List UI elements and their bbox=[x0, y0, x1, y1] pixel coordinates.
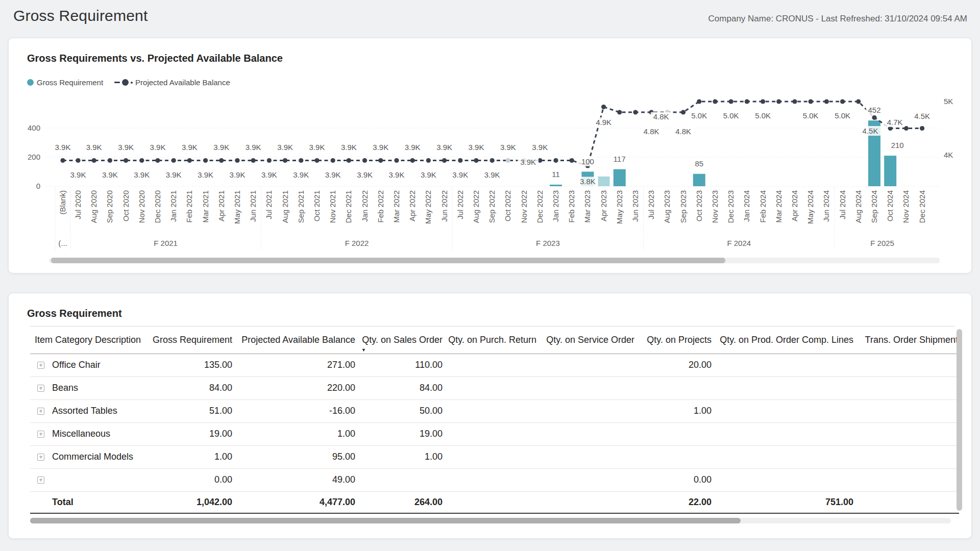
expand-icon[interactable]: + bbox=[37, 477, 44, 484]
column-header-0[interactable]: Item Category Description bbox=[30, 327, 144, 354]
line-point-Mar 2024[interactable] bbox=[776, 99, 781, 104]
line-point-Jun 2023[interactable] bbox=[633, 110, 638, 114]
bar-May 2023[interactable] bbox=[614, 169, 626, 186]
line-point-Apr 2024[interactable] bbox=[792, 99, 797, 104]
line-point-Jul 2024[interactable] bbox=[840, 99, 845, 104]
line-point-(Blank)[interactable] bbox=[60, 158, 65, 163]
line-point-May 2023[interactable] bbox=[617, 110, 622, 114]
column-header-8[interactable]: Trans. Order Shipment bbox=[854, 327, 959, 354]
column-header-4[interactable]: Qty. on Purch. Return bbox=[444, 327, 537, 354]
svg-text:4.8K: 4.8K bbox=[675, 127, 691, 136]
line-point-Feb 2022[interactable] bbox=[378, 158, 383, 163]
line-point-Sep 2021[interactable] bbox=[299, 158, 303, 163]
svg-text:Jun 2024: Jun 2024 bbox=[822, 190, 830, 222]
sort-desc-icon: ▼ bbox=[361, 347, 366, 353]
value-cell: 1.00 bbox=[356, 445, 444, 468]
svg-text:Feb 2024: Feb 2024 bbox=[758, 190, 767, 222]
column-header-label: Qty. on Prod. Order Comp. Lines bbox=[720, 335, 853, 345]
svg-text:Nov 2022: Nov 2022 bbox=[520, 190, 528, 223]
line-point-Nov 2023[interactable] bbox=[713, 99, 717, 104]
bar-Jan 2023[interactable] bbox=[550, 185, 562, 186]
bar-Apr 2023[interactable] bbox=[598, 177, 610, 186]
svg-text:117: 117 bbox=[614, 155, 626, 163]
column-header-2[interactable]: Projected Available Balance bbox=[233, 327, 356, 354]
line-point-Mar 2021[interactable] bbox=[203, 158, 208, 163]
column-header-3[interactable]: Qty. on Sales Order▼ bbox=[356, 327, 444, 354]
line-point-Apr 2022[interactable] bbox=[410, 158, 415, 163]
line-point-Jan 2023[interactable] bbox=[553, 158, 558, 163]
line-point-Feb 2024[interactable] bbox=[761, 99, 765, 104]
line-point-Sep 2024[interactable] bbox=[872, 115, 876, 120]
svg-text:3.9K: 3.9K bbox=[55, 143, 71, 152]
line-point-Jan 2024[interactable] bbox=[745, 99, 749, 104]
line-point-Aug 2020[interactable] bbox=[92, 158, 96, 163]
line-point-Aug 2021[interactable] bbox=[283, 158, 287, 163]
table-hscroll-track[interactable] bbox=[30, 518, 951, 523]
svg-text:3.9K: 3.9K bbox=[230, 170, 246, 179]
table-row[interactable]: +0.0049.000.00 bbox=[30, 468, 959, 491]
line-point-Dec 2024[interactable] bbox=[920, 126, 924, 131]
line-point-Jun 2024[interactable] bbox=[824, 99, 829, 104]
line-point-Sep 2020[interactable] bbox=[108, 158, 112, 163]
svg-text:3.9K: 3.9K bbox=[86, 143, 102, 152]
table-row[interactable]: +Assorted Tables51.00-16.0050.001.00 bbox=[30, 399, 959, 422]
svg-text:4.8K: 4.8K bbox=[644, 127, 659, 136]
line-point-Nov 2020[interactable] bbox=[139, 158, 144, 163]
line-point-Jan 2021[interactable] bbox=[172, 158, 176, 163]
line-point-Jul 2022[interactable] bbox=[458, 158, 462, 163]
table-vscroll-thumb[interactable] bbox=[957, 329, 962, 511]
line-point-May 2022[interactable] bbox=[426, 158, 431, 163]
table-row[interactable]: +Commercial Models1.0095.001.00 bbox=[30, 445, 959, 468]
chart-hscroll-thumb[interactable] bbox=[51, 258, 725, 263]
table-hscroll-thumb[interactable] bbox=[30, 518, 741, 523]
line-point-Dec 2020[interactable] bbox=[155, 158, 160, 163]
svg-text:3.9K: 3.9K bbox=[484, 170, 500, 179]
value-cell: 95.00 bbox=[233, 445, 356, 468]
line-point-May 2021[interactable] bbox=[235, 158, 239, 163]
line-point-Oct 2021[interactable] bbox=[314, 158, 319, 163]
expand-icon[interactable]: + bbox=[37, 408, 44, 415]
combo-chart-canvas[interactable]: 02004005K4K(...F 2021F 2022F 2023F 2024F… bbox=[9, 38, 972, 274]
line-point-Jul 2020[interactable] bbox=[76, 158, 80, 163]
expand-icon[interactable]: + bbox=[37, 362, 44, 369]
line-point-Dec 2021[interactable] bbox=[347, 158, 351, 163]
svg-text:3.9K: 3.9K bbox=[261, 170, 277, 179]
line-point-Jul 2021[interactable] bbox=[267, 158, 272, 163]
category-cell: +Assorted Tables bbox=[30, 399, 144, 422]
table-row[interactable]: +Office Chair135.00271.00110.0020.00 bbox=[30, 354, 959, 377]
line-point-Dec 2023[interactable] bbox=[729, 99, 733, 104]
line-point-Jun 2021[interactable] bbox=[251, 158, 256, 163]
svg-text:Jul 2024: Jul 2024 bbox=[838, 190, 847, 219]
svg-text:3.9K: 3.9K bbox=[405, 143, 421, 152]
line-point-Apr 2023[interactable] bbox=[601, 105, 606, 109]
line-point-Oct 2023[interactable] bbox=[697, 99, 701, 104]
svg-text:Aug 2022: Aug 2022 bbox=[472, 190, 480, 223]
table-row[interactable]: +Miscellaneous19.001.0019.00 bbox=[30, 422, 959, 445]
line-point-May 2024[interactable] bbox=[808, 99, 813, 104]
column-header-1[interactable]: Gross Requirement bbox=[144, 327, 233, 354]
expand-icon[interactable]: + bbox=[37, 431, 44, 438]
line-point-Aug 2022[interactable] bbox=[474, 158, 478, 163]
column-header-7[interactable]: Qty. on Prod. Order Comp. Lines bbox=[713, 327, 854, 354]
line-point-Sep 2023[interactable] bbox=[681, 110, 685, 114]
line-point-Sep 2022[interactable] bbox=[490, 158, 495, 163]
bar-Oct 2024[interactable] bbox=[884, 156, 896, 186]
line-point-Jun 2022[interactable] bbox=[442, 158, 447, 163]
column-header-5[interactable]: Qty. on Service Order bbox=[537, 327, 635, 354]
line-point-Feb 2021[interactable] bbox=[187, 158, 192, 163]
line-point-Apr 2021[interactable] bbox=[219, 158, 224, 163]
expand-icon[interactable]: + bbox=[37, 385, 44, 392]
item-category-label: Commercial Models bbox=[52, 452, 133, 462]
line-point-Feb 2023[interactable] bbox=[570, 158, 574, 163]
line-point-Mar 2022[interactable] bbox=[394, 158, 399, 163]
table-row[interactable]: +Beans84.00220.0084.00 bbox=[30, 377, 959, 399]
line-point-Oct 2022[interactable] bbox=[506, 158, 510, 163]
line-point-Aug 2024[interactable] bbox=[856, 99, 861, 104]
line-point-Nov 2021[interactable] bbox=[331, 158, 335, 163]
line-point-Jan 2022[interactable] bbox=[362, 158, 367, 163]
bar-Oct 2023[interactable] bbox=[693, 174, 705, 186]
line-point-Oct 2020[interactable] bbox=[124, 158, 128, 163]
column-header-6[interactable]: Qty. on Projects bbox=[635, 327, 713, 354]
svg-text:3.9K: 3.9K bbox=[436, 143, 452, 152]
expand-icon[interactable]: + bbox=[37, 454, 44, 461]
